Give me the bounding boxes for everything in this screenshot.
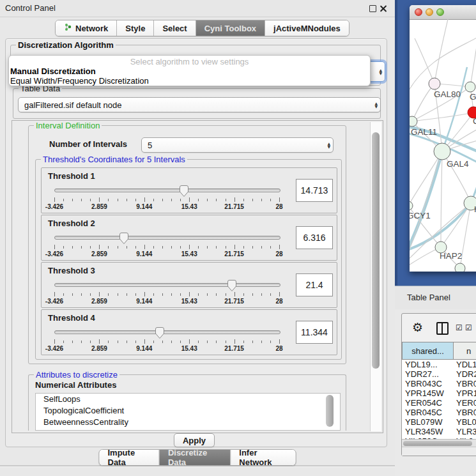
discretization-algorithm-label: Discretization Algorithm (16, 40, 116, 50)
network-node-gal4[interactable] (434, 143, 450, 160)
threshold-value-field[interactable]: 6.316 (296, 226, 333, 249)
network-edge[interactable] (470, 38, 476, 87)
attribute-item-betweennesscentrality[interactable]: BetweennessCentrality (36, 417, 340, 428)
column-header-name[interactable]: n (453, 342, 476, 360)
cell-shared-name: YLR345W (402, 427, 453, 436)
tab-cyni-toolbox[interactable]: Cyni Toolbox (196, 20, 265, 36)
table-panel-body: ⚙ ☑ ☑ shared... n YDL19...YDL1YDR27...YD… (395, 309, 476, 476)
threshold-value-field[interactable]: 11.344 (296, 321, 333, 344)
slider-tick (144, 197, 145, 202)
network-node-ga[interactable] (465, 82, 475, 92)
network-view-window: GAL80GACGAL11GAL4GCY1HHAP2 (410, 5, 476, 272)
slider-track[interactable] (54, 330, 280, 334)
slider-thumb[interactable] (155, 326, 165, 339)
attribute-items: SelfLoopsTopologicalCoefficientBetweenne… (36, 394, 340, 428)
attribute-item-selfloops[interactable]: SelfLoops (36, 394, 340, 405)
table-row[interactable]: YLR345WYLR3 (402, 427, 476, 436)
network-node-gal80[interactable] (429, 78, 440, 89)
slider-tick (226, 293, 226, 296)
tab-network-label: Network (75, 24, 108, 33)
slider-tick (279, 339, 280, 344)
dropdown-option-equal-width-frequency-discretization[interactable]: Equal Width/Frequency Discretization (10, 76, 149, 86)
slider-track[interactable] (54, 236, 280, 240)
zoom-traffic-light-icon[interactable] (436, 8, 444, 16)
threshold-block-4: Threshold 4-3.4262.8599.14415.4321.71528… (41, 309, 337, 355)
network-node-gal11[interactable] (410, 116, 417, 127)
threshold-label: Threshold 3 (48, 266, 95, 275)
table-hscrollbar-thumb[interactable] (403, 441, 472, 446)
number-of-intervals-select[interactable]: 5 ▲▼ (141, 137, 334, 153)
slider-tick (180, 341, 181, 343)
slider-tick-label: 21.715 (224, 250, 244, 257)
table-row[interactable]: YER054CYER0 (402, 398, 476, 408)
tab-select[interactable]: Select (154, 20, 196, 36)
float-window-icon[interactable] (369, 5, 376, 12)
cell-name: YBR0 (453, 379, 476, 388)
threshold-slider-1[interactable]: -3.4262.8599.14415.4321.71528 (54, 183, 279, 211)
slider-track[interactable] (54, 188, 280, 192)
network-edge[interactable] (415, 38, 434, 84)
slider-tick-label: -3.426 (45, 250, 63, 257)
table-row[interactable]: YDR27...YDR2 (402, 369, 476, 379)
slider-tick (270, 199, 271, 201)
table-row[interactable]: YBL079WYBL0 (402, 417, 476, 427)
tab-jactivemnodules[interactable]: jActiveMNodules (265, 20, 349, 36)
threshold-slider-4[interactable]: -3.4262.8599.14415.4321.71528 (54, 325, 279, 353)
network-edge[interactable] (434, 19, 448, 84)
attributes-scrollbar-thumb[interactable] (326, 395, 334, 427)
bottom-tab-infer-network[interactable]: Infer Network (231, 450, 295, 465)
gear-icon[interactable]: ⚙ (412, 319, 423, 335)
slider-tick-label: 21.715 (224, 345, 244, 352)
slider-tick (216, 246, 217, 249)
slider-thumb[interactable] (227, 279, 237, 292)
bottom-tab-discretize-data[interactable]: Discretize Data (160, 450, 231, 465)
combo-arrows-icon: ▲▼ (379, 68, 382, 75)
network-window-titlebar[interactable] (410, 5, 476, 20)
slider-thumb[interactable] (179, 185, 189, 197)
cell-name: YBR0 (453, 408, 476, 417)
table-row[interactable]: YDL19...YDL1 (402, 360, 476, 369)
slider-tick (144, 292, 145, 296)
network-edge[interactable] (412, 84, 434, 121)
checkbox-icon[interactable]: ☑ (465, 323, 472, 332)
dropdown-option-manual-discretization[interactable]: Manual Discretization (10, 66, 96, 76)
tab-select-label: Select (162, 24, 187, 33)
slider-tick (189, 245, 190, 249)
network-canvas[interactable]: GAL80GACGAL11GAL4GCY1HHAP2 (410, 19, 476, 272)
network-edge[interactable] (442, 67, 467, 151)
network-edge[interactable] (412, 112, 473, 121)
minimize-traffic-light-icon[interactable] (426, 8, 433, 16)
table-row[interactable]: YPR145WYPR1 (402, 388, 476, 398)
threshold-value-field[interactable]: 21.4 (296, 273, 333, 296)
attribute-item-topologicalcoefficient[interactable]: TopologicalCoefficient (36, 405, 340, 417)
columns-icon[interactable] (436, 322, 449, 335)
network-node-gcy1[interactable] (410, 201, 413, 210)
slider-track[interactable] (54, 283, 280, 287)
threshold-slider-3[interactable]: -3.4262.8599.14415.4321.71528 (54, 278, 279, 306)
table-data-select[interactable]: galFiltered.sif default node ▲▼ (18, 97, 381, 112)
network-node-unlabeled[interactable] (455, 263, 465, 272)
bottom-tab-impute-data[interactable]: Impute Data (100, 450, 160, 465)
tab-network[interactable]: Network (56, 20, 117, 36)
slider-tick (279, 292, 280, 296)
checkbox-icon[interactable]: ☑ (456, 323, 463, 332)
slider-thumb[interactable] (119, 232, 129, 245)
cell-shared-name: YBR045C (402, 408, 453, 417)
close-icon[interactable] (380, 5, 387, 12)
threshold-slider-2[interactable]: -3.4262.8599.14415.4321.71528 (54, 231, 279, 259)
tab-style[interactable]: Style (117, 20, 154, 36)
slider-tick (118, 341, 118, 343)
table-row[interactable]: YBR043CYBR0 (402, 379, 476, 388)
table-row[interactable]: YBR045CYBR0 (402, 408, 476, 417)
apply-button[interactable]: Apply (174, 433, 215, 447)
settings-scrollbar-thumb[interactable] (372, 132, 380, 369)
threshold-value-field[interactable]: 14.713 (296, 179, 333, 202)
settings-scrollbar[interactable] (370, 122, 381, 431)
slider-tick (189, 197, 190, 202)
node-label-ga: GA (470, 92, 476, 102)
table-window: ⚙ ☑ ☑ shared... n YDL19...YDL1YDR27...YD… (401, 313, 476, 456)
close-traffic-light-icon[interactable] (415, 8, 422, 16)
slider-tick (189, 292, 190, 296)
column-header-shared-name[interactable]: shared... (402, 342, 453, 360)
network-edge[interactable] (410, 151, 442, 206)
